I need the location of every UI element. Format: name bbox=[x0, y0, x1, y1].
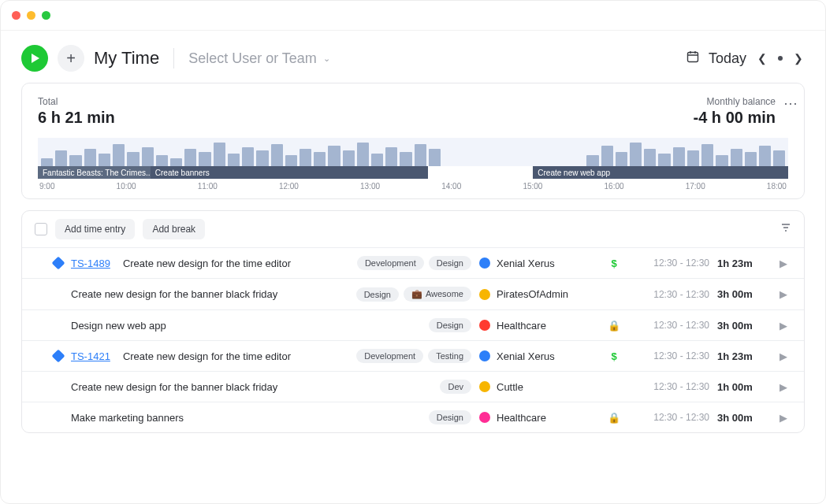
tick-label: 11:00 bbox=[198, 182, 218, 191]
project-name: Cuttle bbox=[497, 381, 523, 393]
duration: 1h 23m bbox=[717, 350, 768, 362]
resume-entry-button[interactable]: ▶ bbox=[776, 258, 791, 269]
resume-entry-button[interactable]: ▶ bbox=[776, 320, 791, 332]
next-period-button[interactable]: ❯ bbox=[792, 52, 805, 65]
content-area: + My Time Select User or Team ⌄ Today ❮ … bbox=[1, 31, 825, 503]
select-user-label: Select User or Team bbox=[188, 50, 317, 67]
activity-bar bbox=[644, 149, 656, 166]
activity-bar bbox=[673, 147, 685, 166]
timeline-event[interactable]: Create banners bbox=[151, 166, 428, 179]
tag-group: DevelopmentDesign bbox=[357, 256, 471, 270]
balance-block: Monthly balance -4 h 00 min bbox=[694, 96, 776, 127]
tag[interactable]: Development bbox=[356, 349, 423, 363]
entry-row[interactable]: Make marketing bannersDesignHealthcare🔒1… bbox=[22, 402, 804, 432]
activity-bar bbox=[127, 152, 139, 166]
project-name: Xenial Xerus bbox=[497, 258, 555, 269]
tag[interactable]: 💼Awesome bbox=[404, 287, 471, 302]
tag[interactable]: Testing bbox=[428, 349, 471, 363]
ticket-link[interactable]: TS-1421 bbox=[71, 350, 110, 362]
add-break-button[interactable]: Add break bbox=[143, 219, 205, 239]
card-more-button[interactable]: ⋯ bbox=[783, 94, 799, 112]
timeline-event[interactable]: Fantastic Beasts: The Crimes... bbox=[38, 166, 151, 179]
select-all-checkbox[interactable] bbox=[35, 223, 47, 235]
activity-bar bbox=[271, 144, 283, 166]
period-label[interactable]: Today bbox=[709, 50, 746, 67]
balance-value: -4 h 00 min bbox=[694, 109, 776, 127]
project[interactable]: Healthcare bbox=[479, 412, 597, 424]
billable-icon: $ bbox=[605, 258, 623, 269]
entry-row[interactable]: Design new web appDesignHealthcare🔒12:30… bbox=[22, 310, 804, 341]
activity-bar bbox=[745, 152, 757, 166]
tag[interactable]: Dev bbox=[440, 380, 471, 394]
project[interactable]: Cuttle bbox=[479, 381, 597, 393]
duration: 3h 00m bbox=[717, 320, 768, 332]
task-title: Create new design for the banner black f… bbox=[71, 381, 277, 393]
project[interactable]: PiratesOfAdmin bbox=[479, 288, 597, 300]
ticket-link[interactable]: TS-1489 bbox=[71, 258, 110, 269]
resume-entry-button[interactable]: ▶ bbox=[776, 381, 791, 393]
resume-entry-button[interactable]: ▶ bbox=[776, 350, 791, 362]
tag[interactable]: Development bbox=[357, 256, 424, 270]
window-maximize-dot[interactable] bbox=[42, 11, 50, 20]
summary-card: ⋯ Total 6 h 21 min Monthly balance -4 h … bbox=[21, 83, 805, 199]
task-title: Design new web app bbox=[71, 320, 166, 332]
resume-entry-button[interactable]: ▶ bbox=[776, 288, 791, 300]
tick-label: 9:00 bbox=[39, 182, 54, 191]
tag-group: Design💼Awesome bbox=[356, 287, 471, 302]
start-timer-button[interactable] bbox=[21, 45, 48, 72]
timeline-events: Fantastic Beasts: The Crimes... Create b… bbox=[38, 166, 788, 179]
activity-bar bbox=[731, 149, 742, 166]
project[interactable]: Xenial Xerus bbox=[479, 258, 597, 269]
top-bar: + My Time Select User or Team ⌄ Today ❮ … bbox=[21, 45, 805, 72]
resume-entry-button[interactable]: ▶ bbox=[776, 412, 791, 424]
tick-label: 17:00 bbox=[686, 182, 705, 191]
entry-row[interactable]: TS-1421Create new design for the time ed… bbox=[22, 341, 804, 372]
calendar-icon[interactable] bbox=[686, 50, 699, 66]
billable-icon: $ bbox=[605, 350, 623, 362]
activity-bar bbox=[41, 158, 53, 166]
plus-icon: + bbox=[66, 50, 76, 68]
time-range: 12:30 - 12:30 bbox=[631, 258, 709, 269]
date-controls: Today ❮ ❯ bbox=[686, 50, 805, 67]
tag-group: Dev bbox=[440, 380, 471, 394]
activity-bar bbox=[170, 158, 182, 166]
add-time-entry-button[interactable]: Add time entry bbox=[55, 219, 135, 239]
ticket-diamond-icon bbox=[52, 257, 65, 270]
activity-bar bbox=[343, 150, 355, 166]
add-button[interactable]: + bbox=[58, 45, 84, 72]
window-titlebar bbox=[1, 1, 825, 31]
tag[interactable]: Design bbox=[429, 318, 471, 332]
activity-bar bbox=[84, 149, 96, 166]
entries-toolbar: Add time entry Add break bbox=[22, 211, 804, 248]
tag[interactable]: Design bbox=[429, 410, 471, 424]
time-range: 12:30 - 12:30 bbox=[631, 350, 709, 361]
activity-bar bbox=[69, 155, 81, 166]
page-title: My Time bbox=[94, 48, 159, 69]
activity-bar bbox=[285, 155, 297, 166]
tag[interactable]: Design bbox=[429, 256, 471, 270]
prev-period-button[interactable]: ❮ bbox=[756, 52, 768, 65]
activity-bar bbox=[184, 149, 196, 166]
today-dot-button[interactable] bbox=[778, 56, 783, 61]
project-name: Healthcare bbox=[497, 412, 546, 424]
select-user-team-dropdown[interactable]: Select User or Team ⌄ bbox=[188, 50, 330, 67]
project[interactable]: Xenial Xerus bbox=[479, 350, 597, 362]
activity-bar bbox=[357, 143, 369, 166]
window-close-dot[interactable] bbox=[12, 11, 20, 20]
window-minimize-dot[interactable] bbox=[27, 11, 35, 20]
project-color-dot bbox=[479, 381, 490, 392]
time-range: 12:30 - 12:30 bbox=[631, 381, 709, 392]
tag[interactable]: Design bbox=[356, 287, 399, 302]
sort-icon[interactable] bbox=[780, 222, 791, 236]
entry-row[interactable]: TS-1489Create new design for the time ed… bbox=[22, 248, 804, 279]
timeline: Fantastic Beasts: The Crimes... Create b… bbox=[38, 138, 788, 191]
timeline-ticks: 9:0010:0011:0012:0013:0014:0015:0016:001… bbox=[38, 179, 788, 191]
tick-label: 16:00 bbox=[605, 182, 624, 191]
timeline-event[interactable]: Create new web app bbox=[533, 166, 788, 179]
project[interactable]: Healthcare bbox=[479, 320, 597, 332]
entry-row[interactable]: Create new design for the banner black f… bbox=[22, 372, 804, 402]
entry-row[interactable]: Create new design for the banner black f… bbox=[22, 279, 804, 310]
time-range: 12:30 - 12:30 bbox=[631, 320, 709, 331]
activity-bar bbox=[55, 150, 67, 166]
total-label: Total bbox=[38, 96, 115, 107]
